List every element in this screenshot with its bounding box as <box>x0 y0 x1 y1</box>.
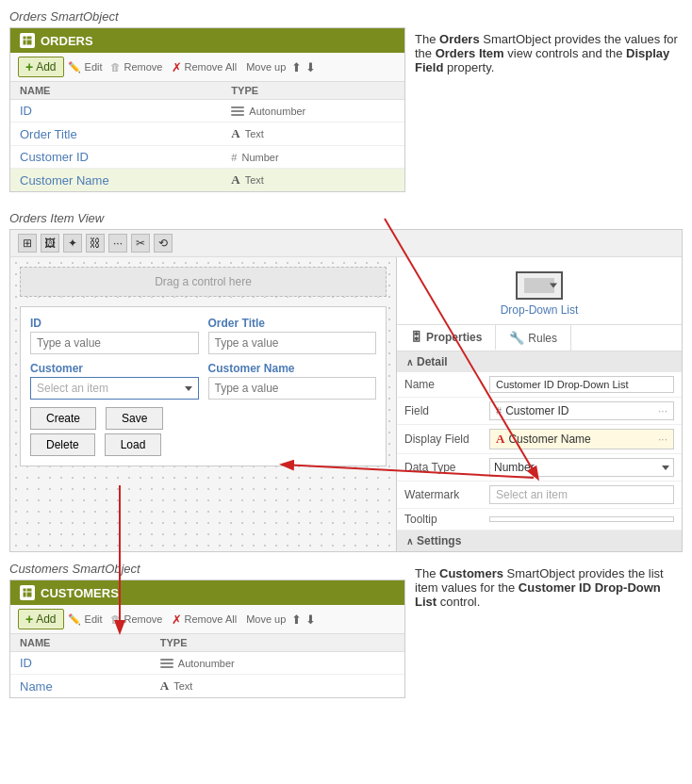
orders-smartobject-table: ORDERS + Add ✏️ Edit 🗑 Remove ✗ Re <box>9 27 405 192</box>
order-title-field: Order Title <box>208 317 377 354</box>
toolbar-icon-1[interactable]: ⊞ <box>18 234 37 253</box>
c-text-icon: A <box>160 678 169 694</box>
table-row[interactable]: Customer Name A Text <box>10 169 404 192</box>
customer-dropdown[interactable]: Select an item <box>30 377 199 400</box>
move-up-label: Move up <box>246 61 286 73</box>
customers-toolbar: + Add ✏️ Edit 🗑 Remove ✗ Remove All Move… <box>10 605 404 634</box>
load-button[interactable]: Load <box>105 433 162 456</box>
c-field-type: Autonumber <box>151 652 404 675</box>
rules-icon: 🔧 <box>509 331 524 345</box>
prop-name-label: Name <box>397 372 482 398</box>
id-input[interactable] <box>30 332 199 354</box>
view-toolbar: ⊞ 🖼 ✦ ⛓ ··· ✂ ⟲ <box>10 230 682 257</box>
text-icon: A <box>231 172 239 188</box>
tooltip-value-box[interactable] <box>489 516 674 522</box>
field-name: Customer ID <box>10 146 222 169</box>
customers-section: Customers SmartObject CUSTOMERS + Add ✏️… <box>9 562 683 708</box>
number-icon: # <box>231 152 237 163</box>
prop-display-field-row: Display Field A Customer Name ··· <box>397 425 682 454</box>
create-button[interactable]: Create <box>30 407 96 430</box>
customer-placeholder: Select an item <box>37 382 108 395</box>
orders-fields-table: NAME TYPE ID Autonumber <box>10 82 404 191</box>
prop-tooltip-value <box>482 509 682 531</box>
customer-name-field: Customer Name <box>208 362 377 400</box>
prop-watermark-value: Select an item <box>482 482 682 509</box>
c-move-down-icon: ⬇ <box>305 612 316 627</box>
watermark-value-box[interactable]: Select an item <box>489 485 674 504</box>
prop-watermark-label: Watermark <box>397 482 482 509</box>
prop-tooltip-row: Tooltip <box>397 509 682 531</box>
toolbar-sep2: 🗑 <box>110 61 121 73</box>
toolbar-icon-2[interactable]: 🖼 <box>41 234 59 253</box>
orders-table-icon <box>20 33 35 48</box>
display-field-value-box[interactable]: A Customer Name ··· <box>489 429 674 449</box>
prop-tooltip-label: Tooltip <box>397 509 482 531</box>
dropdown-arrow <box>185 386 192 391</box>
customers-description: The Customers SmartObject provides the l… <box>415 562 683 708</box>
field-name: Order Title <box>10 122 222 146</box>
field-type: Autonumber <box>222 100 404 122</box>
customers-fields-table: NAME TYPE ID Autonumber <box>10 634 404 697</box>
field-type: A Text <box>222 169 404 192</box>
c-remove-label: Remove <box>124 613 163 625</box>
tab-rules[interactable]: 🔧 Rules <box>496 325 571 351</box>
toolbar-icon-3[interactable]: ✦ <box>63 234 82 253</box>
data-type-select[interactable]: Number <box>489 458 674 477</box>
toolbar-sep1: ✏️ <box>68 61 81 74</box>
prop-display-field-label: Display Field <box>397 425 482 454</box>
id-field: ID <box>30 317 199 354</box>
name-value-box[interactable]: Customer ID Drop-Down List <box>489 376 674 393</box>
settings-section-header: ∧ Settings <box>397 531 682 551</box>
c-remove-all-btn[interactable]: ✗ Remove All <box>172 612 237 627</box>
toolbar-icon-5[interactable]: ··· <box>108 234 127 253</box>
c-col-name-header: NAME <box>10 634 151 652</box>
orders-item-view-container: ⊞ 🖼 ✦ ⛓ ··· ✂ ⟲ Drag a control here ID <box>9 229 683 552</box>
field-value-box[interactable]: # Customer ID ··· <box>489 401 674 420</box>
orders-add-btn[interactable]: + Add <box>18 57 64 77</box>
remove-all-btn[interactable]: ✗ Remove All <box>172 60 237 74</box>
name-value-text: Customer ID Drop-Down List <box>496 379 629 390</box>
table-row[interactable]: Name A Text <box>10 675 404 698</box>
move-up-icon: ⬆ <box>291 60 302 74</box>
tab-properties[interactable]: 🎛 Properties <box>397 325 496 351</box>
orders-smartobject-label: Orders SmartObject <box>9 9 683 24</box>
detail-section-header: ∧ Detail <box>397 351 682 372</box>
prop-field-label: Field <box>397 398 482 425</box>
toolbar-icon-7[interactable]: ⟲ <box>154 234 173 253</box>
prop-field-value: # Customer ID ··· <box>482 398 682 425</box>
prop-field-row: Field # Customer ID ··· <box>397 398 682 425</box>
id-label: ID <box>30 317 199 330</box>
prop-data-type-row: Data Type Number <box>397 454 682 482</box>
customer-name-label: Customer Name <box>208 362 377 375</box>
properties-panel: Drop-Down List 🎛 Properties 🔧 Rules <box>397 257 682 551</box>
watermark-text: Select an item <box>496 488 568 501</box>
customers-smartobject-label: Customers SmartObject <box>9 562 405 576</box>
orders-smartobject-header: ORDERS <box>10 28 404 53</box>
customers-add-btn[interactable]: + Add <box>18 609 64 629</box>
delete-button[interactable]: Delete <box>30 433 95 456</box>
form-buttons-row1: Create Save <box>30 407 376 430</box>
display-field-text: Customer Name <box>508 433 590 446</box>
table-row[interactable]: ID Autonumber <box>10 652 404 675</box>
c-field-name: Name <box>10 675 151 698</box>
save-button[interactable]: Save <box>106 407 163 430</box>
props-icon: 🎛 <box>410 330 422 344</box>
svg-rect-7 <box>23 588 32 597</box>
table-row[interactable]: ID Autonumber <box>10 100 404 122</box>
customer-name-input[interactable] <box>208 377 377 400</box>
toolbar-icon-6[interactable]: ✂ <box>131 234 150 253</box>
field-ellipsis[interactable]: ··· <box>658 404 667 417</box>
field-value-text: Customer ID <box>505 404 568 417</box>
customers-left: Customers SmartObject CUSTOMERS + Add ✏️… <box>9 562 405 708</box>
svg-rect-4 <box>23 36 32 45</box>
chevron-icon: ∧ <box>406 357 413 368</box>
number-field-icon: # <box>496 405 502 416</box>
table-row[interactable]: Customer ID # Number <box>10 146 404 169</box>
toolbar-icon-4[interactable]: ⛓ <box>86 234 105 253</box>
display-field-ellipsis[interactable]: ··· <box>658 433 667 446</box>
col-type-header: TYPE <box>222 82 404 100</box>
prop-watermark-row: Watermark Select an item <box>397 482 682 509</box>
order-title-input[interactable] <box>208 332 377 354</box>
text-icon: A <box>231 126 239 141</box>
table-row[interactable]: Order Title A Text <box>10 122 404 146</box>
